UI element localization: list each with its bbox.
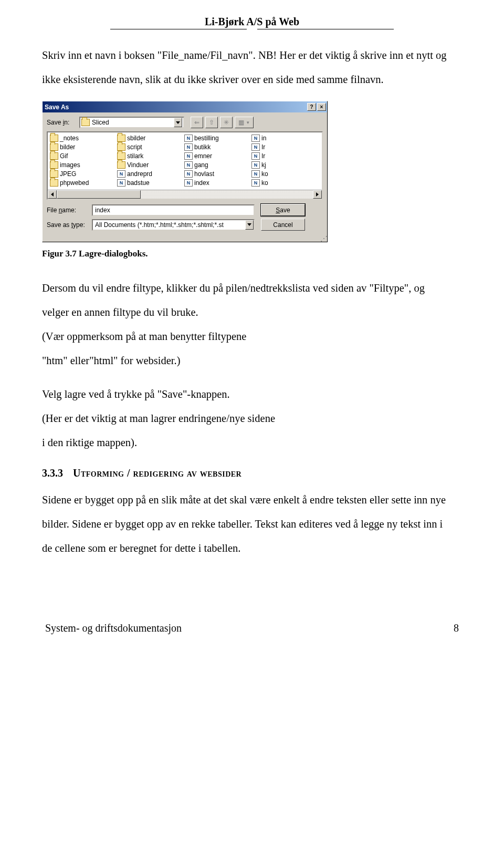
scroll-right-button[interactable] <box>313 190 322 199</box>
netscape-file-icon: N <box>184 143 193 151</box>
folder-icon <box>117 152 125 160</box>
footer-left: System- og driftsdokumentasjon <box>45 622 182 634</box>
file-list-pane[interactable]: _notesbilderGifimagesJPEGphpwebedsbilder… <box>47 131 323 200</box>
folder-icon <box>117 143 125 151</box>
folder-icon <box>50 161 58 169</box>
folder-item[interactable]: sbilder <box>116 133 183 142</box>
close-button[interactable]: × <box>317 103 326 111</box>
file-item[interactable]: Nbutikk <box>183 142 250 151</box>
filename-input[interactable]: index <box>92 204 255 216</box>
dialog-title: Save As <box>45 104 306 111</box>
folder-item[interactable]: bilder <box>49 142 116 151</box>
help-button[interactable]: ? <box>307 103 316 111</box>
filename-label: File name: <box>47 207 92 214</box>
folder-icon <box>117 135 125 142</box>
footer-page-number: 8 <box>454 622 459 634</box>
dialog-titlebar[interactable]: Save As ? × <box>43 101 327 112</box>
view-menu-button[interactable]: ▦ ▼ <box>235 117 254 128</box>
resize-grip-icon[interactable]: ⋰ <box>43 236 327 242</box>
netscape-file-icon: N <box>184 135 193 142</box>
netscape-file-icon: N <box>184 161 193 169</box>
savein-dropdown[interactable]: Sliced <box>79 117 184 128</box>
netscape-file-icon: N <box>251 143 260 151</box>
file-item[interactable]: NIr <box>250 151 318 160</box>
folder-item[interactable]: Vinduer <box>116 160 183 169</box>
netscape-file-icon: N <box>117 170 125 178</box>
netscape-file-icon: N <box>184 170 193 178</box>
chevron-down-icon[interactable] <box>245 220 254 230</box>
file-item[interactable]: Nin <box>250 133 318 142</box>
netscape-file-icon: N <box>251 161 260 169</box>
page-header-title: Li-Bjørk A/S på Web <box>42 16 462 28</box>
netscape-file-icon: N <box>184 179 193 187</box>
back-button[interactable]: ⇐ <box>191 117 203 128</box>
intro-paragraph: Skriv inn et navn i boksen "File_name/Fi… <box>42 44 462 90</box>
file-item[interactable]: Nko <box>250 178 318 187</box>
folder-icon <box>50 152 58 160</box>
section-heading: 3.3.3 Utforming / redigering av websider <box>42 467 462 479</box>
file-item[interactable]: NIr <box>250 142 318 151</box>
scroll-left-button[interactable] <box>48 190 57 199</box>
up-one-level-button[interactable]: ⇧ <box>205 117 218 128</box>
header-rule <box>42 29 462 29</box>
file-item[interactable]: Ngang <box>183 160 250 169</box>
body-paragraph-2: Velg lagre ved å trykke på "Save"-knappe… <box>42 383 462 453</box>
folder-icon <box>50 179 58 187</box>
file-item[interactable]: Nbestilling <box>183 133 250 142</box>
file-item[interactable]: Nhovlast <box>183 169 250 178</box>
folder-item[interactable]: Gif <box>49 151 116 160</box>
netscape-file-icon: N <box>251 152 260 160</box>
chevron-down-icon[interactable] <box>174 118 182 127</box>
horizontal-scrollbar[interactable] <box>48 190 322 199</box>
netscape-file-icon: N <box>117 179 125 187</box>
folder-item[interactable]: _notes <box>49 133 116 142</box>
savein-value: Sliced <box>92 119 174 126</box>
folder-icon <box>50 135 58 142</box>
new-folder-button[interactable]: ✳ <box>220 117 233 128</box>
folder-item[interactable]: stilark <box>116 151 183 160</box>
file-item[interactable]: Nkj <box>250 160 318 169</box>
page-footer: System- og driftsdokumentasjon 8 <box>42 622 462 634</box>
folder-icon <box>50 170 58 178</box>
savein-label: Save in: <box>47 119 79 126</box>
netscape-file-icon: N <box>251 135 260 142</box>
file-item[interactable]: Nko <box>250 169 318 178</box>
folder-item[interactable]: JPEG <box>49 169 116 178</box>
cancel-button[interactable]: Cancel <box>261 219 305 231</box>
folder-item[interactable]: phpwebed <box>49 178 116 187</box>
figure-caption: Figur 3.7 Lagre-dialogboks. <box>42 249 462 259</box>
body-paragraph-1: Dersom du vil endre filtype, klikker du … <box>42 277 462 372</box>
folder-icon <box>50 143 58 151</box>
scroll-thumb[interactable] <box>57 190 141 199</box>
saveastype-dropdown[interactable]: All Documents (*.htm;*.html;*.shtm;*.sht… <box>92 219 255 231</box>
section-text: Sidene er bygget opp på en slik måte at … <box>42 489 462 559</box>
folder-item[interactable]: script <box>116 142 183 151</box>
save-as-dialog: Save As ? × Save in: Sliced ⇐ ⇧ ✳ <box>42 101 328 242</box>
folder-item[interactable]: images <box>49 160 116 169</box>
netscape-file-icon: N <box>251 179 260 187</box>
file-item[interactable]: Nemner <box>183 151 250 160</box>
file-item[interactable]: Nandreprd <box>116 169 183 178</box>
saveastype-label: Save as type: <box>47 221 92 229</box>
file-item[interactable]: Nindex <box>183 178 250 187</box>
netscape-file-icon: N <box>251 170 260 178</box>
save-button[interactable]: Save <box>261 204 305 216</box>
netscape-file-icon: N <box>184 152 193 160</box>
folder-open-icon <box>81 119 90 126</box>
folder-icon <box>117 161 125 169</box>
file-item[interactable]: Nbadstue <box>116 178 183 187</box>
